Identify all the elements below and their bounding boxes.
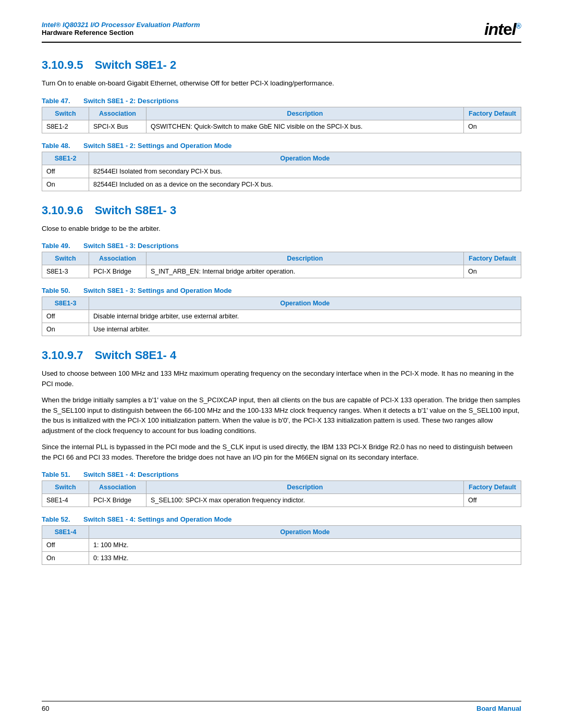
table-47: Switch Association Description Factory D…: [42, 107, 521, 133]
table-51-col-switch: Switch: [42, 481, 89, 494]
header-title-line1: Intel® IQ80321 I/O Processor Evaluation …: [42, 21, 200, 29]
table-row: S8E1-2 SPCI-X Bus QSWITCHEN: Quick-Switc…: [42, 120, 521, 133]
intel-logo: intel®: [484, 21, 521, 38]
section-title-3-10-9-6: Switch S8E1- 3: [95, 204, 177, 217]
section-num-3-10-9-7: 3.10.9.7: [42, 349, 83, 362]
table-49-num: Table 49.: [42, 242, 83, 250]
section-title-3-10-9-5: Switch S8E1- 2: [95, 58, 177, 71]
table-48-col-opmode: Operation Mode: [89, 152, 521, 165]
table-row: On Use internal arbiter.: [42, 323, 521, 336]
table-51-col-factory: Factory Default: [464, 481, 521, 494]
table-48-title: Switch S8E1 - 2: Settings and Operation …: [83, 142, 232, 150]
table-52-num: Table 52.: [42, 515, 83, 523]
section-para-3-10-9-7-2: Since the internal PLL is bypassed in th…: [42, 442, 521, 462]
table-50-title: Switch S8E1 - 3: Settings and Operation …: [83, 287, 232, 294]
section-3-10-9-7: 3.10.9.7 Switch S8E1- 4 Used to choose b…: [42, 349, 521, 565]
table-row: Off 82544EI Isolated from secondary PCI-…: [42, 165, 521, 178]
table-50-row1-col0: On: [42, 323, 89, 336]
section-para-3-10-9-7-1: When the bridge initially samples a b'1'…: [42, 395, 521, 436]
table-49-col-assoc: Association: [89, 252, 146, 265]
table-50-label: Table 50. Switch S8E1 - 3: Settings and …: [42, 287, 521, 294]
section-para-3-10-9-6: Close to enable bridge to be the arbiter…: [42, 224, 521, 234]
header: Intel® IQ80321 I/O Processor Evaluation …: [42, 21, 521, 43]
table-50-row0-col1: Disable internal bridge arbiter, use ext…: [89, 310, 521, 323]
section-3-10-9-6: 3.10.9.6 Switch S8E1- 3 Close to enable …: [42, 204, 521, 337]
table-49-row0-col3: On: [464, 265, 521, 278]
footer: 60 Board Manual: [42, 701, 521, 712]
table-52-row0-col0: Off: [42, 539, 89, 552]
table-48-row1-col1: 82544EI Included on as a device on the s…: [89, 178, 521, 191]
header-left: Intel® IQ80321 I/O Processor Evaluation …: [42, 21, 200, 36]
page: Intel® IQ80321 I/O Processor Evaluation …: [0, 0, 563, 728]
table-51-row0-col0: S8E1-4: [42, 494, 89, 507]
table-50: S8E1-3 Operation Mode Off Disable intern…: [42, 297, 521, 336]
table-51-row0-col3: Off: [464, 494, 521, 507]
intel-logo-dot: ®: [516, 22, 521, 30]
footer-right-text: Board Manual: [476, 705, 521, 712]
table-47-row0-col3: On: [464, 120, 521, 133]
table-row: On 82544EI Included on as a device on th…: [42, 178, 521, 191]
table-47-label: Table 47. Switch S8E1 - 2: Descriptions: [42, 97, 521, 105]
table-49-col-switch: Switch: [42, 252, 89, 265]
table-49-title: Switch S8E1 - 3: Descriptions: [83, 242, 179, 250]
table-51-num: Table 51.: [42, 471, 83, 478]
table-47-title: Switch S8E1 - 2: Descriptions: [83, 97, 179, 105]
table-47-row0-col2: QSWITCHEN: Quick-Switch to make GbE NIC …: [146, 120, 464, 133]
table-49-col-factory: Factory Default: [464, 252, 521, 265]
table-52-title: Switch S8E1 - 4: Settings and Operation …: [83, 515, 232, 523]
section-heading-3-10-9-5: 3.10.9.5 Switch S8E1- 2: [42, 58, 521, 72]
table-48-col-s8e1: S8E1-2: [42, 152, 89, 165]
header-title-line2: Hardware Reference Section: [42, 29, 200, 36]
table-52-col-s8e1: S8E1-4: [42, 526, 89, 539]
table-47-col-factory: Factory Default: [464, 107, 521, 120]
table-51: Switch Association Description Factory D…: [42, 480, 521, 507]
section-num-3-10-9-6: 3.10.9.6: [42, 204, 83, 217]
table-48-row0-col1: 82544EI Isolated from secondary PCI-X bu…: [89, 165, 521, 178]
section-3-10-9-5: 3.10.9.5 Switch S8E1- 2 Turn On to enabl…: [42, 58, 521, 191]
intel-logo-text: intel: [484, 20, 516, 39]
table-51-row0-col2: S_SEL100: SPCI-X max operation frequency…: [146, 494, 464, 507]
table-49-col-desc: Description: [146, 252, 464, 265]
table-48-num: Table 48.: [42, 142, 83, 150]
table-51-title: Switch S8E1 - 4: Descriptions: [83, 471, 179, 478]
table-52-row1-col0: On: [42, 552, 89, 565]
section-heading-3-10-9-6: 3.10.9.6 Switch S8E1- 3: [42, 204, 521, 217]
table-47-col-assoc: Association: [89, 107, 146, 120]
table-49-row0-col1: PCI-X Bridge: [89, 265, 146, 278]
section-para-3-10-9-7-0: Used to choose between 100 MHz and 133 M…: [42, 368, 521, 389]
table-48: S8E1-2 Operation Mode Off 82544EI Isolat…: [42, 152, 521, 191]
table-52-row1-col1: 0: 133 MHz.: [89, 552, 521, 565]
table-52: S8E1-4 Operation Mode Off 1: 100 MHz. On…: [42, 525, 521, 565]
table-row: S8E1-3 PCI-X Bridge S_INT_ARB_EN: Intern…: [42, 265, 521, 278]
table-48-label: Table 48. Switch S8E1 - 2: Settings and …: [42, 142, 521, 150]
table-50-row1-col1: Use internal arbiter.: [89, 323, 521, 336]
table-52-label: Table 52. Switch S8E1 - 4: Settings and …: [42, 515, 521, 523]
table-47-col-desc: Description: [146, 107, 464, 120]
table-49-label: Table 49. Switch S8E1 - 3: Descriptions: [42, 242, 521, 250]
table-47-num: Table 47.: [42, 97, 83, 105]
table-50-row0-col0: Off: [42, 310, 89, 323]
table-48-row1-col0: On: [42, 178, 89, 191]
table-50-col-opmode: Operation Mode: [89, 297, 521, 310]
footer-page-number: 60: [42, 705, 49, 712]
section-title-3-10-9-7: Switch S8E1- 4: [95, 349, 177, 362]
table-47-col-switch: Switch: [42, 107, 89, 120]
table-52-row0-col1: 1: 100 MHz.: [89, 539, 521, 552]
table-row: Off Disable internal bridge arbiter, use…: [42, 310, 521, 323]
table-51-col-assoc: Association: [89, 481, 146, 494]
table-51-label: Table 51. Switch S8E1 - 4: Descriptions: [42, 471, 521, 478]
section-para-3-10-9-5: Turn On to enable on-board Gigabit Ether…: [42, 78, 521, 89]
table-51-row0-col1: PCI-X Bridge: [89, 494, 146, 507]
table-47-row0-col1: SPCI-X Bus: [89, 120, 146, 133]
table-row: Off 1: 100 MHz.: [42, 539, 521, 552]
table-50-num: Table 50.: [42, 287, 83, 294]
section-num-3-10-9-5: 3.10.9.5: [42, 58, 83, 71]
table-51-col-desc: Description: [146, 481, 464, 494]
table-row: S8E1-4 PCI-X Bridge S_SEL100: SPCI-X max…: [42, 494, 521, 507]
table-52-col-opmode: Operation Mode: [89, 526, 521, 539]
section-heading-3-10-9-7: 3.10.9.7 Switch S8E1- 4: [42, 349, 521, 362]
table-49-row0-col2: S_INT_ARB_EN: Internal bridge arbiter op…: [146, 265, 464, 278]
table-50-col-s8e1: S8E1-3: [42, 297, 89, 310]
table-49: Switch Association Description Factory D…: [42, 252, 521, 278]
table-row: On 0: 133 MHz.: [42, 552, 521, 565]
